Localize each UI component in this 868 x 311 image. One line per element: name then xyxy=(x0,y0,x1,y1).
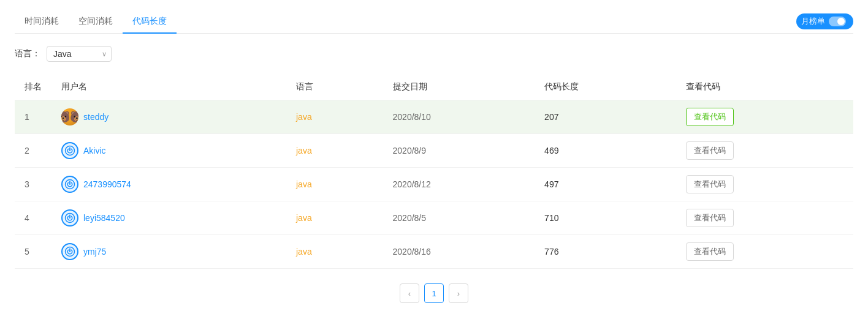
username-text: 2473990574 xyxy=(83,179,131,189)
username-cell[interactable]: ymj75 xyxy=(51,235,286,269)
pagination: ‹ 1 › xyxy=(15,283,853,311)
col-header-view: 查看代码 xyxy=(676,74,853,100)
length-cell: 469 xyxy=(535,134,676,168)
avatar xyxy=(61,209,78,227)
username-text: Akivic xyxy=(83,146,106,156)
table-row: 1🐻steddyjava2020/8/10207查看代码 xyxy=(15,100,853,134)
rank-cell: 1 xyxy=(15,100,51,134)
username-cell[interactable]: leyi584520 xyxy=(51,201,286,235)
table-body: 1🐻steddyjava2020/8/10207查看代码2 Akivicjava… xyxy=(15,100,853,269)
tab-code[interactable]: 代码长度 xyxy=(123,10,177,33)
rank-cell: 4 xyxy=(15,201,51,235)
username-cell[interactable]: 🐻steddy xyxy=(51,100,286,134)
date-cell: 2020/8/12 xyxy=(383,168,535,201)
view-code-button[interactable]: 查看代码 xyxy=(686,175,734,193)
rank-cell: 5 xyxy=(15,235,51,269)
language-cell: java xyxy=(286,100,383,134)
view-code-cell: 查看代码 xyxy=(676,235,853,269)
col-header-language: 语言 xyxy=(286,74,383,100)
view-code-button[interactable]: 查看代码 xyxy=(686,209,734,227)
pagination-prev[interactable]: ‹ xyxy=(400,283,419,303)
rank-cell: 2 xyxy=(15,134,51,168)
username-text: ymj75 xyxy=(83,247,106,257)
language-select[interactable]: Java C++ Python C JavaScript xyxy=(47,46,112,62)
table-row: 2 Akivicjava2020/8/9469查看代码 xyxy=(15,134,853,168)
table-row: 3 2473990574java2020/8/12497查看代码 xyxy=(15,168,853,201)
date-cell: 2020/8/16 xyxy=(383,235,535,269)
username-cell[interactable]: 2473990574 xyxy=(51,168,286,201)
date-cell: 2020/8/10 xyxy=(383,100,535,134)
length-cell: 776 xyxy=(535,235,676,269)
view-code-cell: 查看代码 xyxy=(676,168,853,201)
length-cell: 207 xyxy=(535,100,676,134)
language-cell: java xyxy=(286,201,383,235)
tab-space[interactable]: 空间消耗 xyxy=(69,10,123,33)
table-row: 5 ymj75java2020/8/16776查看代码 xyxy=(15,235,853,269)
tab-time[interactable]: 时间消耗 xyxy=(15,10,69,33)
view-code-button[interactable]: 查看代码 xyxy=(686,141,734,160)
language-selector-row: 语言： Java C++ Python C JavaScript xyxy=(15,46,853,62)
avatar xyxy=(61,243,78,260)
avatar: 🐻 xyxy=(61,108,78,126)
view-code-cell: 查看代码 xyxy=(676,134,853,168)
monthly-toggle-button[interactable]: 月榜单 xyxy=(796,13,853,29)
pagination-page-1[interactable]: 1 xyxy=(424,283,444,303)
toggle-area: 月榜单 xyxy=(796,13,853,29)
avatar xyxy=(61,176,78,193)
username-text: leyi584520 xyxy=(83,213,125,223)
language-cell: java xyxy=(286,134,383,168)
col-header-date: 提交日期 xyxy=(383,74,535,100)
tabs-bar: 时间消耗 空间消耗 代码长度 月榜单 xyxy=(15,10,853,34)
username-cell[interactable]: Akivic xyxy=(51,134,286,168)
col-header-length: 代码长度 xyxy=(535,74,676,100)
language-cell: java xyxy=(286,235,383,269)
col-header-rank: 排名 xyxy=(15,74,51,100)
view-code-cell: 查看代码 xyxy=(676,100,853,134)
view-code-cell: 查看代码 xyxy=(676,201,853,235)
col-header-username: 用户名 xyxy=(51,74,286,100)
rank-cell: 3 xyxy=(15,168,51,201)
date-cell: 2020/8/5 xyxy=(383,201,535,235)
table-row: 4 leyi584520java2020/8/5710查看代码 xyxy=(15,201,853,235)
length-cell: 710 xyxy=(535,201,676,235)
language-cell: java xyxy=(286,168,383,201)
language-label: 语言： xyxy=(15,48,40,59)
view-code-button[interactable]: 查看代码 xyxy=(686,108,734,126)
pagination-next[interactable]: › xyxy=(449,283,468,303)
table-header: 排名 用户名 语言 提交日期 代码长度 查看代码 xyxy=(15,74,853,100)
username-text: steddy xyxy=(83,112,108,122)
view-code-button[interactable]: 查看代码 xyxy=(686,242,734,261)
toggle-switch-icon xyxy=(829,17,846,26)
length-cell: 497 xyxy=(535,168,676,201)
avatar xyxy=(61,142,78,159)
monthly-toggle-label: 月榜单 xyxy=(801,16,825,27)
date-cell: 2020/8/9 xyxy=(383,134,535,168)
rankings-table: 排名 用户名 语言 提交日期 代码长度 查看代码 1🐻steddyjava202… xyxy=(15,74,853,269)
language-select-wrapper: Java C++ Python C JavaScript xyxy=(47,46,112,62)
